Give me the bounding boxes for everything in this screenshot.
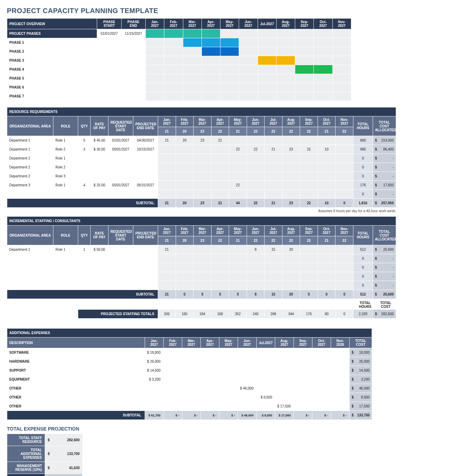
month-sub: 21 [229, 236, 247, 245]
row-total-hours: 0 [353, 263, 373, 272]
month-cell [300, 181, 318, 190]
gantt-cell [314, 65, 332, 74]
exp-month-cell [182, 402, 201, 411]
totproj-value: $41,630 [45, 462, 83, 474]
month-cell [336, 263, 353, 272]
exp-month-cell [312, 393, 331, 402]
gantt-cell [239, 47, 258, 56]
phase-start-empty [97, 65, 121, 74]
gantt-cell [276, 74, 295, 83]
reqstart-cell [108, 190, 133, 199]
exp-month-cell [275, 357, 294, 366]
gantt-cell [202, 47, 220, 56]
exp-month-cell [312, 402, 331, 411]
month-cell [318, 254, 336, 263]
subtotal-month: 10 [318, 199, 336, 208]
tothours-header: TOTAL HOURS [353, 116, 373, 136]
reqstart-cell [108, 254, 133, 263]
gantt-cell [258, 29, 276, 38]
rate-cell [91, 172, 109, 181]
month-header: Jan-2027 [158, 226, 176, 236]
projend-header: PROJECTED END DATE [133, 116, 158, 136]
subtotal-label: SUBTOTAL [7, 290, 158, 299]
subtotal-month: 8 [247, 290, 265, 299]
month-cell [176, 281, 194, 290]
month-cell [336, 145, 353, 154]
rate-cell: $ 45.00 [91, 136, 109, 145]
row-total-cost: $17,600 [373, 181, 396, 190]
month-cell [336, 172, 353, 181]
row-total-hours: 960 [353, 145, 373, 154]
month-header: Feb-2027 [164, 19, 183, 29]
month-cell [300, 172, 318, 181]
proj-staff-val: 160 [176, 310, 194, 319]
row-total-cost: $153,000 [373, 136, 396, 145]
projend-cell [133, 154, 158, 163]
gantt-cell [239, 74, 258, 83]
exp-month-header: May-2027 [219, 338, 238, 348]
gantt-cell [164, 83, 183, 92]
month-cell [158, 163, 176, 172]
exp-month-cell [257, 384, 275, 393]
month-cell [318, 245, 336, 254]
row-total-hours: 176 [353, 181, 373, 190]
projend-cell [133, 172, 158, 181]
gantt-cell [239, 56, 258, 65]
exp-month-cell [275, 393, 294, 402]
role-cell: Role 1 [53, 154, 78, 163]
gantt-cell [295, 56, 314, 65]
exp-month-cell [182, 366, 201, 375]
exp-month-cell [312, 357, 331, 366]
reqstart-cell [108, 163, 133, 172]
month-cell [282, 154, 300, 163]
exp-month-cell [164, 357, 182, 366]
reqstart-cell [108, 272, 133, 281]
subtotal-month: 0 [194, 290, 211, 299]
reqstart-cell [108, 281, 133, 290]
exp-row-total: $17,500 [350, 402, 372, 411]
exp-month-cell [294, 402, 312, 411]
month-cell [300, 281, 318, 290]
subtotal-month: 20 [282, 290, 300, 299]
gantt-cell [202, 92, 220, 101]
exp-month-cell: $ 3,200 [145, 375, 164, 384]
month-cell [282, 281, 300, 290]
exp-month-cell [164, 393, 182, 402]
subtotal-cost: $25,600 [373, 290, 396, 299]
month-sub: 21 [318, 236, 336, 245]
month-sub: 21 [158, 127, 176, 136]
month-cell: 22 [247, 145, 265, 154]
proj-staff-val: 80 [318, 310, 336, 319]
gantt-cell [276, 56, 295, 65]
exp-month-cell [164, 375, 182, 384]
row-total-cost: $- [373, 281, 396, 290]
exp-month-cell [182, 348, 201, 357]
exp-month-cell [257, 357, 275, 366]
gantt-cell [332, 83, 351, 92]
row-total-hours: 0 [353, 163, 373, 172]
month-header: Jul-2027 [265, 116, 282, 127]
rate-cell [91, 163, 109, 172]
org-cell [7, 263, 53, 272]
month-cell [176, 181, 194, 190]
subtotal-month: 0 [336, 290, 353, 299]
exp-month-header: Jun-2027 [238, 338, 257, 348]
gantt-cell [164, 29, 183, 38]
gantt-cell [332, 74, 351, 83]
gantt-cell [220, 29, 239, 38]
month-cell [158, 281, 176, 290]
gantt-cell [314, 56, 332, 65]
phase-start-empty [97, 92, 121, 101]
gantt-cell [202, 65, 220, 74]
phase-end-empty [121, 92, 145, 101]
exp-subtotal-month: $ - [182, 411, 201, 420]
exp-desc: OTHER [7, 402, 145, 411]
month-cell [336, 245, 353, 254]
phase-start-empty [97, 38, 121, 47]
month-header: Jun-2027 [247, 116, 265, 127]
role-cell: Role 2 [53, 145, 78, 154]
month-sub: 21 [158, 236, 176, 245]
month-cell [211, 190, 229, 199]
month-cell [318, 181, 336, 190]
phase-start-val: 01/01/2027 [97, 29, 121, 38]
